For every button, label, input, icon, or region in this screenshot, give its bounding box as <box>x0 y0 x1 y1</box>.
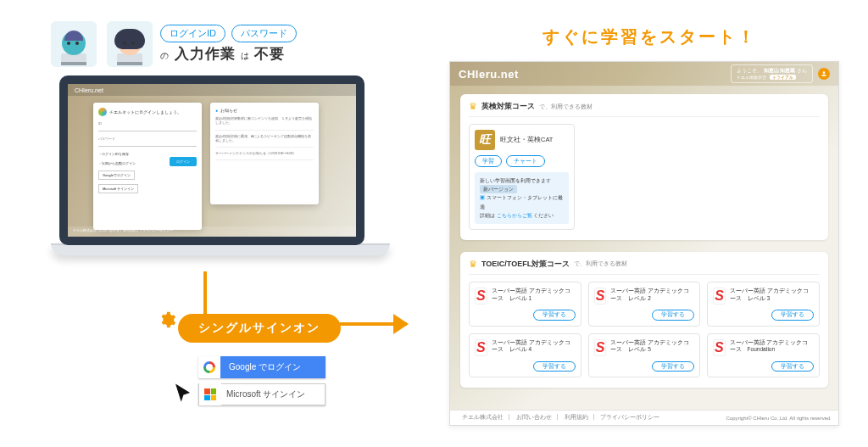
password-label: パスワード <box>98 137 197 141</box>
no-entry-caption: ログインID パスワード の 入力作業 は 不要 <box>160 25 300 64</box>
super-english-logo-icon: S <box>713 288 726 305</box>
footer-link[interactable]: お問い合わせ <box>511 414 558 420</box>
course-notice: 新しい学習画面を利用できます 新バージョン ▣ スマートフォン・タブレットに最適… <box>475 172 569 224</box>
login-ms-button[interactable]: Microsoft サインイン <box>98 184 138 193</box>
course-name: 旺文社・英検CAT <box>500 136 553 144</box>
news-item[interactable]: サーバーメンテナンスのお知らせ（12/28 0:00〜6:00） <box>215 152 314 160</box>
login-id-badge: ログインID <box>160 25 225 42</box>
cursor-icon <box>173 383 195 407</box>
detail-link[interactable]: こちらからご覧 <box>497 213 532 218</box>
user-name: 知恵山 知恵蔵 <box>764 68 796 73</box>
app-brand: CHIeru.net <box>459 68 519 81</box>
super-english-logo-icon: S <box>713 339 725 356</box>
super-english-logo-icon: S <box>594 339 607 356</box>
login-card: チエルネットにログインしましょう。 ID パスワード ・ログインIDを保存 ・次… <box>93 103 202 230</box>
footer-link[interactable]: 利用規約 <box>559 414 594 420</box>
avatar-girl <box>107 21 153 67</box>
news-card: お知らせ 英語4技能対策教材に新コンテンツを追加、１月より販売を開始しました。 … <box>210 103 319 204</box>
footer-link[interactable]: チエル株式会社 <box>457 414 509 420</box>
toeic-course-grid: S スーパー英語 アカデミックコース レベル 1 学習する S スーパー英語 ア… <box>469 282 820 378</box>
section-title: 英検対策コース <box>481 101 535 112</box>
news-item[interactable]: 英語4技能対策に最適、AIによるスピーキング自動採点機能を搭載しました。 <box>215 135 314 148</box>
study-button[interactable]: 学習する <box>652 361 694 372</box>
news-heading: お知らせ <box>215 108 314 113</box>
microsoft-icon <box>199 383 221 405</box>
chart-button[interactable]: チャート <box>506 155 545 167</box>
chieru-logo-icon <box>98 108 107 116</box>
section-toeic: ♛ TOEIC/TOEFL対策コース で、利用できる教材 S スーパー英語 アカ… <box>460 252 828 388</box>
avatar-boy <box>51 21 97 67</box>
study-button[interactable]: 学習する <box>771 361 814 372</box>
study-button[interactable]: 学習する <box>652 310 694 321</box>
footer-link[interactable]: プライバシーポリシー <box>595 414 665 420</box>
right-headline: すぐに学習をスタート！ <box>542 25 757 48</box>
toeic-course-card[interactable]: S スーパー英語 アカデミックコース Foundation 学習する <box>707 333 820 378</box>
eiken-logo-icon: 旺 <box>475 130 495 150</box>
google-signin-button[interactable]: Google でログイン <box>198 356 326 378</box>
news-item[interactable]: 英語4技能対策教材に新コンテンツを追加、１月より販売を開始しました。 <box>215 117 314 131</box>
eiken-course-card[interactable]: 旺 旺文社・英検CAT 学習 チャート 新しい学習画面を利用できます 新バージョ… <box>469 124 575 230</box>
app-window: CHIeru.net ようこそ、 知恵山 知恵蔵 さん チエル体験学習 トライア… <box>449 61 839 426</box>
smartphone-icon: ▣ <box>480 195 485 200</box>
super-english-logo-icon: S <box>475 339 487 356</box>
user-avatar-icon[interactable] <box>818 68 830 80</box>
super-english-logo-icon: S <box>594 288 607 305</box>
keep-id-option[interactable]: ・ログインIDを保存 <box>98 152 197 156</box>
section-eiken: ♛ 英検対策コース で、利用できる教材 旺 旺文社・英検CAT 学習 チャート … <box>460 94 828 240</box>
app-body: ♛ 英検対策コース で、利用できる教材 旺 旺文社・英検CAT 学習 チャート … <box>450 86 838 410</box>
laptop-mock: CHIeru.net チエルネットにログインしましょう。 ID パスワード ・ロ… <box>51 75 373 255</box>
study-button[interactable]: 学習する <box>533 310 576 321</box>
flow-line-down <box>203 271 207 314</box>
super-english-logo-icon: S <box>475 288 487 305</box>
course-name: スーパー英語 アカデミックコース Foundation <box>730 339 814 355</box>
toeic-course-card[interactable]: S スーパー英語 アカデミックコース レベル 4 学習する <box>469 333 581 378</box>
arrow-right-icon <box>331 322 407 326</box>
crown-icon: ♛ <box>469 101 477 112</box>
app-header: CHIeru.net ようこそ、 知恵山 知恵蔵 さん チエル体験学習 トライア… <box>450 62 838 86</box>
section-title: TOEIC/TOEFL対策コース <box>481 259 570 270</box>
login-button[interactable]: ログイン <box>170 157 197 166</box>
login-screen: CHIeru.net チエルネットにログインしましょう。 ID パスワード ・ロ… <box>59 75 364 245</box>
trial-badge: トライアル <box>770 75 796 80</box>
toeic-course-card[interactable]: S スーパー英語 アカデミックコース レベル 3 学習する <box>707 282 820 327</box>
new-version-button[interactable]: 新バージョン <box>480 185 517 193</box>
course-name: スーパー英語 アカデミックコース レベル 3 <box>730 288 814 303</box>
user-box[interactable]: ようこそ、 知恵山 知恵蔵 さん チエル体験学習 トライアル <box>731 64 830 82</box>
microsoft-signin-button[interactable]: Microsoft サインイン <box>198 383 326 405</box>
study-button[interactable]: 学習する <box>533 361 576 372</box>
toeic-course-card[interactable]: S スーパー英語 アカデミックコース レベル 5 学習する <box>588 333 701 378</box>
left-panel: ログインID パスワード の 入力作業 は 不要 CHIeru.net チエルネ… <box>51 21 390 255</box>
toeic-course-card[interactable]: S スーパー英語 アカデミックコース レベル 2 学習する <box>588 282 701 327</box>
sso-label: シングルサインオン <box>178 314 341 343</box>
username-label: ID <box>98 121 197 126</box>
course-name: スーパー英語 アカデミックコース レベル 4 <box>492 339 576 355</box>
study-button[interactable]: 学習する <box>771 310 814 321</box>
toeic-course-card[interactable]: S スーパー英語 アカデミックコース レベル 1 学習する <box>469 282 581 327</box>
course-name: スーパー英語 アカデミックコース レベル 5 <box>610 339 694 355</box>
login-welcome: チエルネットにログインしましょう。 <box>109 109 181 115</box>
course-name: スーパー英語 アカデミックコース レベル 1 <box>492 288 576 303</box>
footer-links: チエル株式会社 お問い合わせ 利用規約 プライバシーポリシー <box>457 414 665 422</box>
copyright: Copyright© CHIeru Co.,Ltd. All rights re… <box>726 416 832 421</box>
course-name: スーパー英語 アカデミックコース レベル 2 <box>610 288 694 303</box>
app-footer: チエル株式会社 お問い合わせ 利用規約 プライバシーポリシー Copyright… <box>450 410 838 425</box>
gear-icon <box>158 310 176 329</box>
password-badge: パスワード <box>231 25 297 42</box>
login-google-button[interactable]: Googleでログイン <box>98 170 135 180</box>
student-avatars <box>51 21 153 67</box>
login-screen-brand: CHIeru.net <box>68 84 356 96</box>
study-button[interactable]: 学習 <box>475 155 502 167</box>
google-icon <box>198 356 220 378</box>
login-footer: チエル株式会社 | お問い合わせ | 利用規約 | プライバシーポリシー <box>68 226 356 237</box>
crown-icon: ♛ <box>469 259 477 270</box>
